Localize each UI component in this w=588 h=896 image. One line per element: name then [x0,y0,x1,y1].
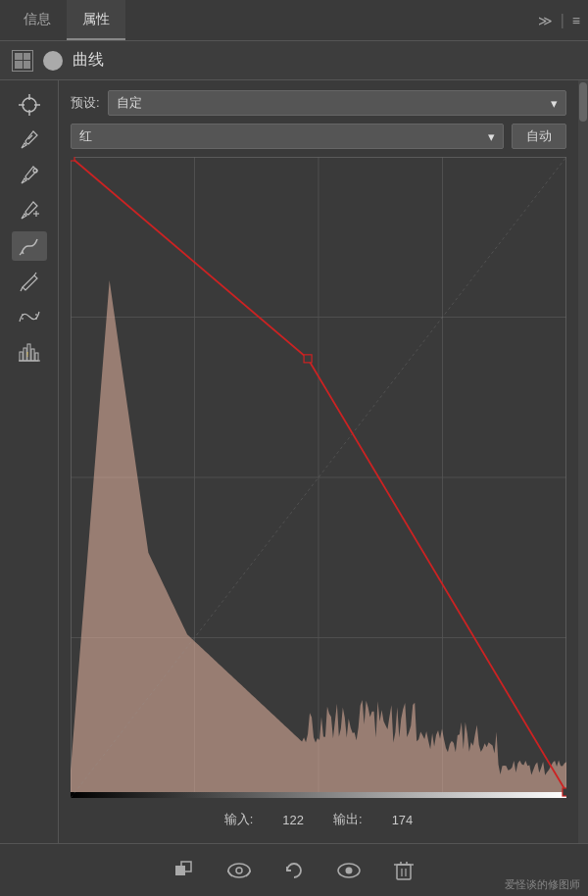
channel-dropdown[interactable]: 红 [71,124,504,149]
svg-rect-17 [35,353,38,361]
preset-chevron [551,96,558,111]
panel-header: 曲线 [0,41,588,80]
svg-line-9 [21,287,23,291]
curves-container[interactable] [71,157,566,798]
eyedropper-tool-2[interactable] [12,161,47,190]
svg-point-25 [346,867,353,873]
preset-dropdown[interactable]: 自定 [108,90,566,116]
output-label: 输出: [333,811,363,828]
scroll-thumb[interactable] [579,82,587,122]
preset-row: 预设: 自定 [71,90,566,116]
tab-bar: 信息 属性 ≫ | ≡ [0,0,588,41]
svg-point-23 [236,868,242,873]
curves-pen-tool[interactable] [12,231,47,261]
tab-right-icons: ≫ | ≡ [538,0,580,40]
output-value: 174 [392,813,414,827]
channel-row: 红 自动 [71,124,566,149]
svg-rect-16 [31,349,34,361]
curves-canvas[interactable] [71,157,566,798]
svg-text:!: ! [26,350,28,359]
delete-button[interactable] [386,853,421,888]
visibility-button[interactable] [331,853,367,888]
view-previous-button[interactable] [221,853,257,888]
smooth-tool[interactable] [12,302,47,331]
eyedropper-tool-1[interactable] [12,125,47,155]
main-content: ! 预设: 自定 红 自动 输入: 122 [0,80,588,843]
right-panel: 预设: 自定 红 自动 输入: 122 输出: 174 [59,80,578,843]
histogram-tool[interactable]: ! [12,337,47,367]
grid-icon [12,50,33,72]
clip-button[interactable] [167,853,202,888]
expand-icon[interactable]: ≫ [538,13,553,28]
preset-value: 自定 [117,94,142,112]
tab-properties[interactable]: 属性 [67,0,125,40]
reset-button[interactable] [276,853,312,888]
menu-icon[interactable]: ≡ [572,13,580,28]
circle-icon [43,51,63,71]
left-toolbar: ! [0,80,59,843]
eyedropper-tool-3[interactable] [12,196,47,225]
svg-rect-26 [397,865,411,879]
auto-button[interactable]: 自动 [512,124,566,149]
pencil-tool[interactable] [12,267,47,296]
scroll-track[interactable] [578,80,588,843]
channel-chevron [488,129,495,144]
io-row: 输入: 122 输出: 174 [71,806,566,833]
tab-info[interactable]: 信息 [8,0,67,40]
preset-label: 预设: [71,94,100,112]
bottom-toolbar [0,843,588,896]
input-label: 输入: [224,811,254,828]
channel-value: 红 [79,127,92,145]
svg-rect-13 [20,352,23,361]
svg-point-0 [23,98,36,112]
target-tool[interactable] [12,90,47,120]
svg-line-10 [34,273,36,275]
input-value: 122 [282,813,304,827]
divider: | [561,12,564,29]
watermark: 爱怪谈的修图师 [505,877,580,892]
panel-title: 曲线 [73,50,104,71]
svg-rect-20 [175,866,185,875]
